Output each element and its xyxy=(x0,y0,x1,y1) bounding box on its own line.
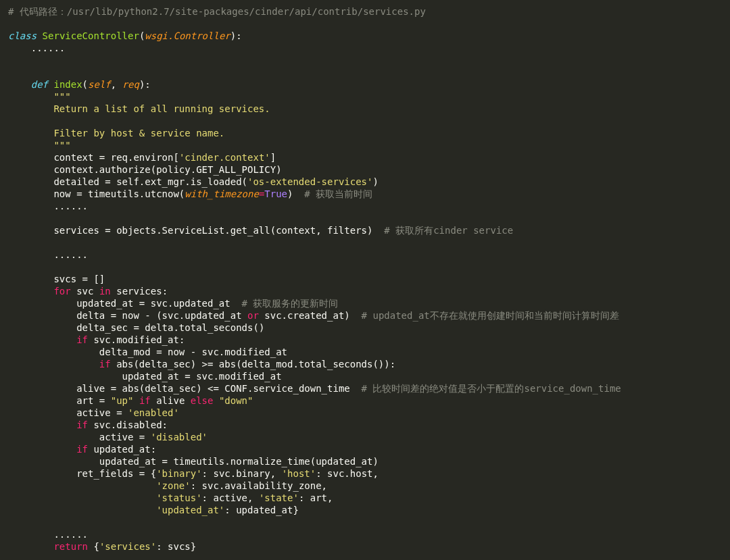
line-alive: alive = abs(delta_sec) <= CONF.service_d… xyxy=(76,383,361,394)
line-ret1a: ret_fields = { xyxy=(76,468,156,479)
line-upd-mod: updated_at = svc.modified_at xyxy=(122,371,282,382)
rparen2: ) xyxy=(287,188,293,199)
rparen: ) xyxy=(372,176,378,187)
docstring-open: """ xyxy=(53,91,70,102)
line-return-a: { xyxy=(88,541,99,552)
val-true: True xyxy=(264,188,287,199)
docstring-close: """ xyxy=(53,140,70,151)
func-name: index xyxy=(53,79,82,90)
base-class: wsgi.Controller xyxy=(145,30,230,41)
str-disabled: 'disabled' xyxy=(151,432,208,442)
line-delta-b: svc.created_at) xyxy=(259,310,362,321)
str-services-key: 'services' xyxy=(99,541,156,552)
str-down: "down" xyxy=(213,395,253,406)
dots: ...... xyxy=(31,43,66,53)
kw-return: return xyxy=(53,541,88,552)
cm-alive: # 比较时间差的绝对值是否小于配置的service_down_time xyxy=(362,383,621,394)
req-param: req xyxy=(122,79,139,90)
str-enabled: 'enabled' xyxy=(128,407,179,418)
line-ret2b: : svc.availability_zone, xyxy=(191,480,327,491)
dots4: ...... xyxy=(53,529,88,540)
self-param: self xyxy=(88,79,111,90)
docstring-l1: Return a list of all running services. xyxy=(53,103,270,114)
line-svcs: svcs = [] xyxy=(53,274,105,284)
path-comment: # 代码路径：/usr/lib/python2.7/site-packages/… xyxy=(8,6,426,17)
kw-or: or xyxy=(247,310,259,321)
kw-if3: if xyxy=(76,419,88,430)
str-state: 'state' xyxy=(259,492,299,503)
str-cinder-ctx: 'cinder.context' xyxy=(179,152,270,163)
docstring-l2: Filter by host & service name. xyxy=(53,128,224,138)
line-ret3c: : art, xyxy=(299,492,333,503)
line-context: context = req.environ[ xyxy=(53,152,178,163)
kw-for: for xyxy=(53,286,70,297)
line-ret4b: : updated_at} xyxy=(224,505,299,515)
line-authorize: context.authorize(policy.GET_ALL_POLICY) xyxy=(53,164,281,175)
kw-if2b: if xyxy=(133,395,156,406)
line-ret1c: : svc.host, xyxy=(316,468,379,479)
line-context-end: ] xyxy=(270,152,276,163)
line-if-abs: abs(delta_sec) >= abs(delta_mod.total_se… xyxy=(111,359,395,370)
str-binary: 'binary' xyxy=(156,468,201,479)
line-if-mod: svc.modified_at: xyxy=(88,334,185,345)
kw-if4: if xyxy=(76,444,88,455)
var-svc: svc xyxy=(76,286,93,297)
line-active-a: active = xyxy=(76,407,128,418)
line-updated-at: updated_at = svc.updated_at xyxy=(76,298,241,309)
dots3: ...... xyxy=(53,249,88,260)
str-host: 'host' xyxy=(282,468,316,479)
cm-now: # 获取当前时间 xyxy=(304,188,372,199)
line-ret3b: : active, xyxy=(202,492,259,503)
class-name: ServiceController xyxy=(43,30,139,41)
kw-else: else xyxy=(191,395,214,406)
kw-with-tz: with_timezone xyxy=(185,188,259,199)
line-delta-a: delta = now - (svc.updated_at xyxy=(76,310,247,321)
line-detailed: detailed = self.ext_mgr.is_loaded( xyxy=(53,176,247,187)
line-ret1b: : svc.binary, xyxy=(202,468,282,479)
kw-class: class xyxy=(8,30,36,41)
line-if-updated: updated_at: xyxy=(88,444,156,455)
line-return-b: : svcs} xyxy=(156,541,196,552)
line-delta-sec: delta_sec = delta.total_seconds() xyxy=(76,322,264,333)
line-norm: updated_at = timeutils.normalize_time(up… xyxy=(99,456,379,467)
str-status: 'status' xyxy=(156,492,201,503)
kw-if2a: if xyxy=(99,359,111,370)
kw-if1: if xyxy=(76,334,88,345)
str-updated-at: 'updated_at' xyxy=(156,505,224,515)
cm-services: # 获取所有cinder service xyxy=(384,225,513,236)
line-now-a: now = timeutils.utcnow( xyxy=(53,188,185,199)
kw-in: in xyxy=(99,286,111,297)
line-delta-mod: delta_mod = now - svc.modified_at xyxy=(99,347,287,357)
str-zone: 'zone' xyxy=(156,480,191,491)
cm-updated-at: # 获取服务的更新时间 xyxy=(242,298,339,309)
line-services: services = objects.ServiceList.get_all(c… xyxy=(53,225,384,236)
line-active-b: active = xyxy=(99,432,151,442)
var-services: services: xyxy=(116,286,168,297)
cm-delta: # updated_at不存在就使用创建时间和当前时间计算时间差 xyxy=(362,310,619,321)
str-up: "up" xyxy=(111,395,134,406)
kw-def: def xyxy=(31,79,48,90)
line-art-a: art = xyxy=(76,395,111,406)
line-if-disabled: svc.disabled: xyxy=(88,419,168,430)
line-art-b: alive xyxy=(156,395,191,406)
code-block: # 代码路径：/usr/lib/python2.7/site-packages/… xyxy=(0,0,730,558)
dots2: ...... xyxy=(53,201,88,211)
str-os-ext: 'os-extended-services' xyxy=(247,176,372,187)
